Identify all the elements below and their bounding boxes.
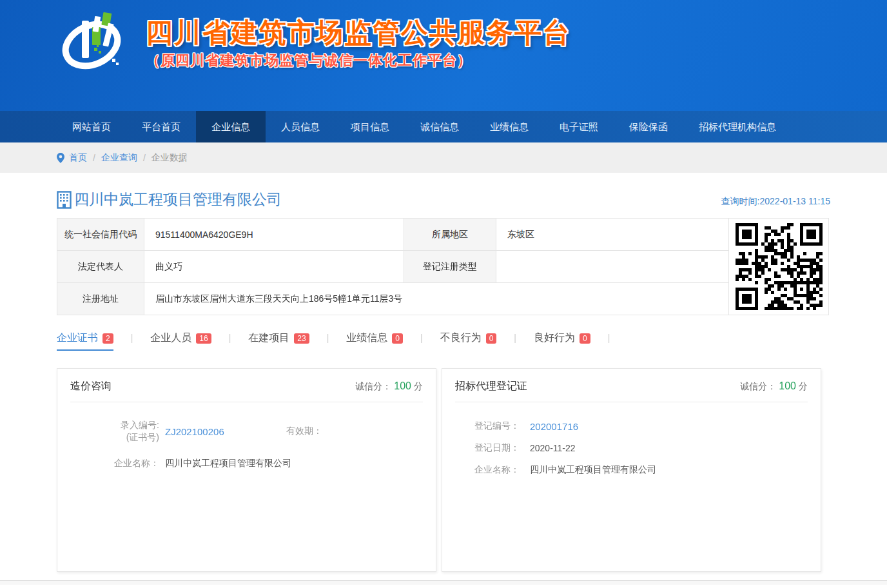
tab-bar: 企业证书 2 | 企业人员 16 | 在建项目 23 | 业绩信息 0 | 不良… xyxy=(57,331,830,351)
tab-good-behavior[interactable]: 良好行为 0 xyxy=(534,331,590,351)
field-label-credit-code: 统一社会信用代码 xyxy=(57,219,144,251)
field-label-legal-rep: 法定代表人 xyxy=(57,251,144,283)
building-icon xyxy=(57,191,72,209)
tab-bad-behavior[interactable]: 不良行为 0 xyxy=(440,331,497,351)
entry-number-label: 录入编号: (证书号) xyxy=(57,419,159,444)
card-title: 造价咨询 xyxy=(70,380,112,393)
tab-label: 企业人员 xyxy=(150,331,191,345)
breadcrumb-separator: / xyxy=(93,153,95,163)
registration-date-label: 登记日期： xyxy=(474,442,525,454)
field-value-registration-type xyxy=(496,251,729,283)
field-value-registered-address: 眉山市东坡区眉州大道东三段天天向上186号5幢1单元11层3号 xyxy=(144,283,729,315)
credit-score-unit: 分 xyxy=(799,381,808,391)
field-value-region: 东坡区 xyxy=(496,219,729,251)
tab-separator: | xyxy=(608,331,610,343)
site-subtitle: （原四川省建筑市场监管与诚信一体化工作平台） xyxy=(146,51,571,70)
count-badge: 16 xyxy=(196,333,211,344)
breadcrumb-enterprise-search[interactable]: 企业查询 xyxy=(101,152,137,164)
count-badge: 0 xyxy=(486,333,497,344)
count-badge: 0 xyxy=(392,333,403,344)
nav-item-bidding-agency[interactable]: 招标代理机构信息 xyxy=(683,111,792,142)
breadcrumb-home[interactable]: 首页 xyxy=(69,152,87,164)
card-title: 招标代理登记证 xyxy=(455,380,527,393)
tab-label: 不良行为 xyxy=(440,331,482,345)
credit-score-label: 诚信分： xyxy=(355,381,391,391)
credit-score-value: 100 xyxy=(394,380,411,391)
page-footer-divider xyxy=(0,580,887,585)
credit-score: 诚信分：100分 xyxy=(355,380,423,393)
tab-performance-info[interactable]: 业绩信息 0 xyxy=(346,331,403,351)
breadcrumb-current: 企业数据 xyxy=(151,152,188,164)
nav-item-platform-home[interactable]: 平台首页 xyxy=(126,111,196,142)
nav-item-insurance[interactable]: 保险保函 xyxy=(614,111,683,142)
nav-item-project-info[interactable]: 项目信息 xyxy=(335,111,405,142)
tab-separator: | xyxy=(229,331,231,343)
validity-label: 有效期： xyxy=(286,426,322,437)
credit-score: 诚信分：100分 xyxy=(740,380,808,393)
nav-item-personnel-info[interactable]: 人员信息 xyxy=(266,111,335,142)
qr-code-cell xyxy=(729,219,829,315)
registration-date-value: 2020-11-22 xyxy=(530,443,576,453)
field-value-credit-code: 91511400MA6420GE9H xyxy=(144,219,404,251)
certificate-card-cost-consulting: 造价咨询 诚信分：100分 录入编号: (证书号) ZJ202100206 有效… xyxy=(57,368,436,572)
credit-score-label: 诚信分： xyxy=(740,381,776,391)
company-name-value: 四川中岚工程项目管理有限公司 xyxy=(165,458,291,469)
company-name-text: 四川中岚工程项目管理有限公司 xyxy=(74,190,282,210)
main-content: 四川中岚工程项目管理有限公司 查询时间:2022-01-13 11:15 统一社… xyxy=(57,190,830,572)
breadcrumb: 首页 / 企业查询 / 企业数据 xyxy=(0,142,887,173)
registration-number-label: 登记编号： xyxy=(474,420,525,432)
company-name-label: 企业名称： xyxy=(474,464,525,476)
nav-item-site-home[interactable]: 网站首页 xyxy=(57,111,126,142)
field-label-registration-type: 登记注册类型 xyxy=(404,251,496,283)
certificate-number-link[interactable]: ZJ202100206 xyxy=(165,426,250,437)
tab-separator: | xyxy=(420,331,423,343)
credit-score-unit: 分 xyxy=(414,381,423,391)
count-badge: 0 xyxy=(580,333,590,344)
qr-code xyxy=(736,223,823,310)
nav-item-performance-info[interactable]: 业绩信息 xyxy=(474,111,544,142)
tab-enterprise-certificates[interactable]: 企业证书 2 xyxy=(57,331,113,351)
field-label-region: 所属地区 xyxy=(404,219,496,251)
location-pin-icon xyxy=(57,153,64,163)
tab-separator: | xyxy=(131,331,133,343)
company-name-value: 四川中岚工程项目管理有限公司 xyxy=(530,464,656,476)
tab-separator: | xyxy=(327,331,329,343)
nav-item-enterprise-info[interactable]: 企业信息 xyxy=(196,111,266,142)
registration-number-link[interactable]: 202001716 xyxy=(530,421,578,432)
count-badge: 23 xyxy=(294,333,309,344)
query-time: 查询时间:2022-01-13 11:15 xyxy=(721,196,830,210)
site-header: 四川省建筑市场监管公共服务平台 （原四川省建筑市场监管与诚信一体化工作平台） xyxy=(0,0,887,111)
field-value-legal-rep: 曲义巧 xyxy=(144,251,404,283)
company-name-heading: 四川中岚工程项目管理有限公司 xyxy=(57,190,282,210)
count-badge: 2 xyxy=(102,333,113,344)
breadcrumb-separator: / xyxy=(143,153,146,163)
tab-separator: | xyxy=(514,331,516,343)
tab-projects-in-progress[interactable]: 在建项目 23 xyxy=(248,331,309,351)
tab-label: 业绩信息 xyxy=(346,331,387,345)
site-title: 四川省建筑市场监管公共服务平台 xyxy=(146,18,571,48)
tab-enterprise-personnel[interactable]: 企业人员 16 xyxy=(150,331,211,351)
nav-item-credit-info[interactable]: 诚信信息 xyxy=(405,111,474,142)
main-nav: 网站首页 平台首页 企业信息 人员信息 项目信息 诚信信息 业绩信息 电子证照 … xyxy=(0,111,887,142)
certificate-card-bidding-agency: 招标代理登记证 诚信分：100分 登记编号： 202001716 登记日期： 2… xyxy=(442,368,821,572)
company-info-table: 统一社会信用代码 91511400MA6420GE9H 所属地区 东坡区 法定代… xyxy=(57,218,829,315)
nav-item-ecert[interactable]: 电子证照 xyxy=(544,111,614,142)
company-name-label: 企业名称： xyxy=(57,458,159,469)
tab-label: 在建项目 xyxy=(248,331,289,345)
tab-label: 企业证书 xyxy=(57,331,98,345)
platform-logo-icon xyxy=(57,8,130,79)
credit-score-value: 100 xyxy=(779,380,796,391)
field-label-registered-address: 注册地址 xyxy=(57,283,144,315)
tab-label: 良好行为 xyxy=(534,331,575,345)
